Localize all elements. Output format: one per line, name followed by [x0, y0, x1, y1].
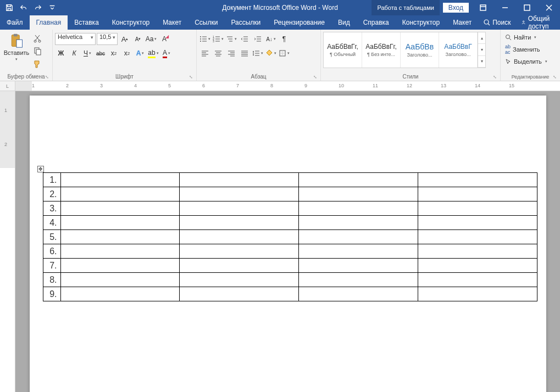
text-effects-button[interactable]: A [134, 47, 146, 59]
table-cell[interactable] [299, 273, 418, 287]
find-button[interactable]: Найти [503, 33, 550, 42]
table-cell[interactable] [418, 244, 537, 259]
close-button[interactable] [538, 0, 560, 15]
table-row[interactable]: 1. [43, 173, 537, 187]
document-table[interactable]: 1.2.3.4.5.6.7.8.9. [43, 172, 537, 301]
increase-indent-button[interactable] [252, 33, 264, 45]
table-cell[interactable] [299, 201, 418, 216]
table-cell[interactable] [418, 187, 537, 201]
page[interactable]: ✥ 1.2.3.4.5.6.7.8.9. [30, 96, 546, 392]
table-cell[interactable] [180, 201, 299, 216]
table-cell[interactable] [180, 259, 299, 273]
align-center-button[interactable] [212, 47, 224, 59]
redo-button[interactable] [31, 1, 45, 15]
ruler-horizontal[interactable]: 123456789101112131415 [15, 81, 560, 91]
tab-insert[interactable]: Вставка [68, 15, 106, 30]
table-row[interactable]: 5. [43, 230, 537, 244]
table-cell[interactable] [299, 230, 418, 244]
strikethrough-button[interactable]: abc [95, 47, 107, 59]
shading-button[interactable] [265, 47, 277, 59]
table-cell[interactable] [418, 201, 537, 216]
table-cell[interactable] [180, 187, 299, 201]
table-cell[interactable] [60, 201, 180, 216]
save-button[interactable] [2, 1, 16, 15]
table-cell[interactable] [299, 216, 418, 230]
tab-help[interactable]: Справка [357, 15, 396, 30]
underline-button[interactable]: Ч [81, 47, 93, 59]
table-cell[interactable] [418, 216, 537, 230]
login-button[interactable]: Вход [443, 3, 469, 13]
table-cell[interactable] [299, 287, 418, 301]
numbering-button[interactable]: 123 [212, 33, 224, 45]
shrink-font-button[interactable]: A▾ [132, 33, 144, 45]
superscript-button[interactable]: x2 [121, 47, 133, 59]
format-painter-button[interactable] [32, 58, 43, 69]
table-cell[interactable] [299, 187, 418, 201]
table-cell[interactable] [180, 244, 299, 259]
table-cell[interactable] [60, 187, 180, 201]
table-cell[interactable] [60, 287, 180, 301]
table-cell[interactable]: 1. [43, 173, 60, 187]
tab-table-layout[interactable]: Макет [446, 15, 478, 30]
styles-expand[interactable]: ▾ [478, 56, 485, 68]
cut-button[interactable] [32, 33, 43, 44]
italic-button[interactable]: К [68, 47, 80, 59]
table-cell[interactable] [180, 230, 299, 244]
table-cell[interactable] [418, 273, 537, 287]
subscript-button[interactable]: x2 [108, 47, 120, 59]
table-cell[interactable]: 9. [43, 287, 60, 301]
table-row[interactable]: 2. [43, 187, 537, 201]
table-cell[interactable] [418, 287, 537, 301]
share-button[interactable]: Общий доступ [516, 15, 560, 30]
table-move-handle[interactable]: ✥ [37, 166, 44, 172]
highlight-button[interactable]: ab [147, 47, 159, 59]
table-cell[interactable] [299, 173, 418, 187]
align-left-button[interactable] [199, 47, 211, 59]
replace-button[interactable]: abac Заменить [503, 43, 550, 56]
table-cell[interactable] [418, 259, 537, 273]
maximize-button[interactable] [516, 0, 538, 15]
table-cell[interactable] [60, 216, 180, 230]
table-cell[interactable]: 7. [43, 259, 60, 273]
table-cell[interactable]: 6. [43, 244, 60, 259]
font-name-select[interactable]: Helvetica [55, 33, 96, 45]
justify-button[interactable] [239, 47, 251, 59]
table-cell[interactable] [180, 216, 299, 230]
table-cell[interactable] [60, 230, 180, 244]
table-cell[interactable] [180, 273, 299, 287]
table-cell[interactable] [299, 244, 418, 259]
tab-file[interactable]: Файл [0, 15, 30, 30]
tab-table-design[interactable]: Конструктор [396, 15, 446, 30]
table-row[interactable]: 9. [43, 287, 537, 301]
table-cell[interactable]: 4. [43, 216, 60, 230]
grow-font-button[interactable]: A▴ [119, 33, 131, 45]
minimize-button[interactable] [494, 0, 516, 15]
tab-review[interactable]: Рецензирование [267, 15, 331, 30]
document-canvas[interactable]: ✥ 1.2.3.4.5.6.7.8.9. [15, 91, 560, 392]
ribbon-options-button[interactable] [472, 0, 494, 15]
table-cell[interactable]: 2. [43, 187, 60, 201]
clear-formatting-button[interactable]: A◢ [158, 33, 170, 45]
table-cell[interactable]: 8. [43, 273, 60, 287]
style-no-spacing[interactable]: АаБбВвГг, ¶ Без инте... [362, 32, 401, 68]
font-size-select[interactable]: 10,5 [97, 33, 118, 45]
style-heading2[interactable]: АаБбВвГ Заголово... [439, 32, 478, 68]
table-cell[interactable] [180, 287, 299, 301]
table-cell[interactable] [60, 273, 180, 287]
tab-references[interactable]: Ссылки [188, 15, 224, 30]
table-row[interactable]: 4. [43, 216, 537, 230]
style-heading1[interactable]: АаБбВв Заголово... [401, 32, 439, 68]
table-cell[interactable] [299, 259, 418, 273]
tab-design[interactable]: Конструктор [106, 15, 156, 30]
table-row[interactable]: 3. [43, 201, 537, 216]
table-row[interactable]: 6. [43, 244, 537, 259]
line-spacing-button[interactable] [252, 47, 264, 59]
table-cell[interactable] [418, 173, 537, 187]
sort-button[interactable]: A↓ [265, 33, 277, 45]
ruler-vertical[interactable]: 12 [0, 91, 15, 392]
multilevel-list-button[interactable] [225, 33, 237, 45]
table-cell[interactable] [60, 173, 180, 187]
bullets-button[interactable] [199, 33, 211, 45]
show-marks-button[interactable]: ¶ [278, 33, 290, 45]
tab-view[interactable]: Вид [331, 15, 357, 30]
